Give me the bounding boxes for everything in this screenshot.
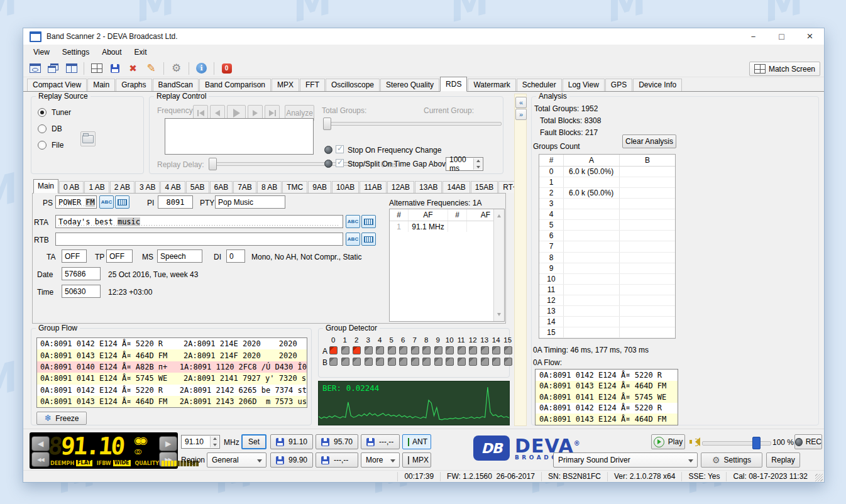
frequency-spinner[interactable]: 91.10 — [181, 435, 220, 449]
replay-source-option-tuner[interactable]: Tuner — [38, 104, 71, 121]
tab-main[interactable]: Main — [87, 79, 115, 91]
radio-tuner[interactable] — [38, 108, 47, 117]
compact-view-button[interactable] — [26, 61, 43, 76]
panel-splitter[interactable] — [514, 94, 527, 426]
group-flow-row[interactable]: 0A:8091 0142 E124 Å¤ 5220 R2A:8091 214E … — [37, 338, 307, 349]
rta-field[interactable]: Today's best music — [55, 215, 343, 228]
group-flow-row[interactable]: 0A:8091 0141 E124 Å¤ 5745 WE2A:8091 2141… — [37, 373, 307, 384]
match-screen-button[interactable]: Match Screen — [749, 62, 820, 76]
region-dropdown[interactable]: General — [207, 452, 266, 468]
collapse-right-icon[interactable] — [515, 109, 527, 120]
group-flow-row[interactable]: 0A:8091 0143 E124 Å¤ 464D FM2A:8091 214F… — [37, 349, 307, 361]
subtab-13ab[interactable]: 13AB — [415, 181, 442, 193]
audio-settings-button[interactable]: Settings — [701, 452, 762, 468]
menu-about[interactable]: About — [96, 46, 128, 58]
tune-up-button[interactable] — [159, 436, 177, 451]
alt-freq-row[interactable]: 191.1 MHz — [390, 221, 504, 232]
subtab-3-ab[interactable]: 3 AB — [135, 181, 160, 193]
preset-button-4[interactable]: 99.90 — [270, 452, 313, 468]
stop-frequency-checkbox[interactable] — [336, 145, 344, 153]
menu-settings[interactable]: Settings — [56, 46, 96, 58]
replay-source-option-db[interactable]: DB — [38, 121, 71, 137]
replay-source-option-file[interactable]: File — [38, 137, 71, 153]
subtab-2-ab[interactable]: 2 AB — [110, 181, 135, 193]
oa-flow-row[interactable]: 0A:8091 0142 E124 Å¤ 5220 R — [536, 370, 678, 381]
rtb-ruler-button[interactable] — [361, 233, 376, 246]
tab-bandscan[interactable]: BandScan — [153, 79, 199, 91]
settings-tool-button[interactable] — [168, 61, 185, 76]
alt-freq-scrollbar[interactable] — [493, 209, 504, 321]
replay-position-slider[interactable] — [323, 118, 502, 129]
volume-thumb[interactable] — [752, 437, 761, 449]
tune-down-button[interactable] — [31, 436, 50, 451]
rta-abc-button[interactable]: ABC — [346, 215, 360, 228]
spinner-buttons[interactable] — [210, 436, 219, 447]
tab-graphs[interactable]: Graphs — [116, 79, 151, 91]
group-flow-row[interactable]: 0A:8091 0142 E124 Å¤ 5220 R2A:8091 2142 … — [37, 385, 307, 396]
slider-thumb[interactable] — [323, 118, 331, 130]
volume-slider[interactable] — [702, 441, 771, 446]
cascade-windows-button[interactable] — [45, 61, 62, 76]
menu-exit[interactable]: Exit — [128, 46, 153, 58]
spin-down-icon[interactable] — [211, 442, 219, 447]
tab-gps[interactable]: GPS — [605, 79, 632, 91]
ps-field[interactable]: POWER FM — [55, 195, 97, 209]
group-flow-row[interactable]: 0A:8091 0140 E124 Å¤ A82B п+1A:8091 1120… — [37, 361, 307, 373]
rtb-abc-button[interactable]: ABC — [346, 233, 360, 246]
subtab-1-ab[interactable]: 1 AB — [84, 181, 109, 193]
collapse-left-icon[interactable] — [515, 97, 527, 108]
pty-field[interactable]: Pop Music — [215, 195, 285, 209]
preset-button-1[interactable]: 91.10 — [270, 434, 313, 449]
ps-ruler-button[interactable] — [115, 195, 129, 209]
rec-button[interactable]: REC — [794, 434, 822, 449]
tab-device-info[interactable]: Device Info — [633, 79, 682, 91]
subtab-12ab[interactable]: 12AB — [387, 181, 414, 193]
spin-up-icon[interactable] — [211, 436, 219, 442]
rta-ruler-button[interactable] — [361, 215, 376, 228]
open-file-button[interactable] — [80, 131, 96, 146]
tab-band-comparison[interactable]: Band Comparison — [199, 79, 271, 91]
subtab-8-ab[interactable]: 8 AB — [257, 181, 282, 193]
menu-view[interactable]: View — [27, 46, 56, 58]
power-button[interactable] — [218, 61, 235, 76]
preset-button-3[interactable]: ---,-- — [361, 434, 400, 449]
tab-stereo-quality[interactable]: Stereo Quality — [380, 79, 439, 91]
oa-flow-row[interactable]: 0A:8091 0142 E124 Å¤ 5220 R — [536, 403, 678, 414]
replay-button[interactable]: Replay — [766, 452, 800, 468]
replay-file-list[interactable] — [165, 118, 314, 155]
edit-button[interactable] — [143, 61, 160, 76]
delete-button[interactable] — [124, 61, 141, 76]
preset-button-5[interactable]: ---,-- — [316, 452, 358, 468]
subtab-0-ab[interactable]: 0 AB — [59, 181, 84, 193]
radio-file[interactable] — [38, 141, 47, 150]
info-button[interactable] — [193, 61, 210, 76]
spin-up-icon[interactable] — [474, 158, 482, 164]
subtab-tmc[interactable]: TMC — [282, 181, 307, 193]
di-field[interactable]: 0 — [226, 249, 245, 263]
subtab-15ab[interactable]: 15AB — [471, 181, 498, 193]
spinner-buttons[interactable] — [473, 158, 482, 170]
slider-thumb[interactable] — [209, 158, 217, 170]
pi-field[interactable]: 8091 — [158, 195, 193, 209]
resize-grip[interactable] — [815, 474, 823, 481]
tab-log-view[interactable]: Log View — [563, 79, 605, 91]
maximize-button[interactable] — [767, 28, 796, 45]
subtab-9ab[interactable]: 9AB — [308, 181, 331, 193]
stop-gap-checkbox[interactable] — [336, 159, 344, 167]
tab-scheduler[interactable]: Scheduler — [517, 79, 562, 91]
save-button[interactable] — [106, 61, 123, 76]
preset-button-2[interactable]: 95.70 — [316, 434, 358, 449]
sound-driver-dropdown[interactable]: Primary Sound Driver — [553, 452, 698, 468]
subtab-4-ab[interactable]: 4 AB — [160, 181, 185, 193]
tile-windows-button[interactable] — [63, 61, 80, 76]
rtb-field[interactable] — [55, 233, 343, 246]
oa-flow-row[interactable]: 0A:8091 0141 E124 Å¤ 5745 WE — [536, 392, 678, 403]
subtab-11ab[interactable]: 11AB — [360, 181, 386, 193]
tab-watermark[interactable]: Watermark — [468, 79, 515, 91]
subtab-6ab[interactable]: 6AB — [210, 181, 233, 193]
freeze-button[interactable]: Freeze — [36, 412, 87, 425]
ta-field[interactable]: OFF — [62, 249, 87, 263]
set-button[interactable]: Set — [241, 434, 266, 449]
spin-down-icon[interactable] — [474, 164, 482, 170]
tab-fft[interactable]: FFT — [300, 79, 325, 91]
